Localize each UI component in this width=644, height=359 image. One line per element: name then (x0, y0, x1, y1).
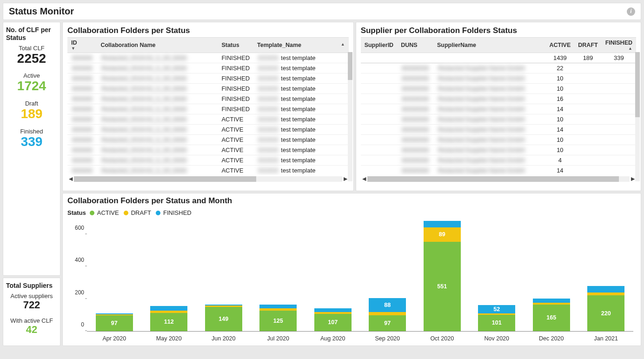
bar-slot[interactable]: 8897 (360, 218, 415, 331)
folders-table-card: Collaboration Folders per Status ID ▼ Co… (62, 22, 354, 191)
table-row[interactable]: 000000Redacted_2019-01_1_20_0000FINISHED… (67, 104, 349, 114)
table-row[interactable]: 000000Redacted_2019-01_1_20_0000ACTIVEXX… (67, 155, 349, 166)
table-row[interactable]: 00000000Redacted Supplier Name GmbH10 (361, 114, 636, 125)
cell-supplier-name: Redacted Supplier Name GmbH (437, 116, 525, 123)
bar-slot[interactable]: 112 (142, 218, 197, 331)
table-row[interactable]: 00000000Redacted Supplier Name GmbH14 (361, 166, 636, 175)
bar-segment-act: 107 (314, 314, 352, 331)
kpi-clf-title: No. of CLF per Status (6, 26, 57, 42)
table-row[interactable]: 00000000Redacted Supplier Name GmbH10 (361, 73, 636, 84)
scroll-left-icon[interactable]: ◀ (67, 176, 74, 182)
col-collab-name[interactable]: Collaboration Name (97, 38, 218, 53)
table-row[interactable]: 000000Redacted_2019-01_1_20_0000ACTIVEXX… (67, 125, 349, 135)
kpi-clf-card: No. of CLF per Status Total CLF 2252 Act… (3, 22, 60, 276)
legend-active[interactable]: ACTIVE (97, 209, 119, 216)
cell-template: test template (281, 65, 315, 72)
cell-supplier-name: Redacted Supplier Name GmbH (437, 126, 525, 133)
bar-slot[interactable]: 149 (196, 218, 251, 331)
col-duns[interactable]: DUNS (397, 38, 433, 53)
cell-id: 000000 (71, 126, 93, 133)
bar-slot[interactable]: 52101 (470, 218, 524, 331)
bar-segment-fin (314, 308, 352, 312)
table-row[interactable]: 00000000Redacted Supplier Name GmbH16 (361, 94, 636, 104)
bar-label: 112 (150, 319, 187, 325)
cell-template: test template (281, 54, 315, 61)
table-row[interactable]: 00000000Redacted Supplier Name GmbH4 (361, 155, 636, 166)
table-row[interactable]: 00000000Redacted Supplier Name GmbH14 (361, 104, 636, 114)
legend-draft[interactable]: DRAFT (131, 209, 151, 216)
table-row[interactable]: 000000Redacted_2019-01_1_20_0000FINISHED… (67, 53, 349, 63)
table-row[interactable]: 000000Redacted_2019-01_1_20_0000ACTIVEXX… (67, 135, 349, 145)
supplier-table[interactable]: SupplierID DUNS SupplierName ACTIVE DRAF… (361, 37, 636, 175)
cell-template: test template (281, 136, 315, 143)
legend-swatch-finished (156, 211, 160, 215)
vertical-scrollbar[interactable] (348, 52, 352, 181)
col-active[interactable]: ACTIVE (545, 38, 574, 53)
bar-segment-act: 165 (533, 305, 570, 332)
col-status[interactable]: Status (218, 38, 253, 53)
horizontal-scrollbar[interactable]: ◀ ▶ (67, 176, 349, 182)
cell-template: test template (281, 167, 315, 174)
kpi-total-label: Total CLF (6, 45, 57, 52)
x-tick: Aug 2020 (305, 333, 360, 344)
table-row[interactable]: 000000Redacted_2019-01_1_20_0000ACTIVEXX… (67, 145, 349, 155)
bar-slot[interactable]: 165 (524, 218, 579, 331)
kpi-draft-value: 189 (6, 107, 57, 121)
table-row[interactable]: 000000Redacted_2019-01_1_20_0000FINISHED… (67, 84, 349, 94)
bar-segment-fin: 88 (369, 298, 406, 312)
cell-status: FINISHED (218, 104, 253, 114)
legend-finished[interactable]: FINISHED (163, 209, 192, 216)
bar-slot[interactable]: 89551 (415, 218, 470, 331)
cell-active: 14 (545, 104, 574, 114)
bar-slot[interactable]: 125 (251, 218, 306, 331)
table-row[interactable]: 000000Redacted_2019-01_1_20_0000ACTIVEXX… (67, 114, 349, 125)
table-row[interactable]: 00000000Redacted Supplier Name GmbH14 (361, 125, 636, 135)
col-template[interactable]: Template_Name ▲ (253, 38, 349, 53)
cell-status: ACTIVE (218, 145, 253, 155)
cell-template: test template (281, 116, 315, 123)
table-totals-row[interactable]: 1439 189 339 (361, 53, 636, 63)
cell-duns: 00000000 (401, 75, 430, 82)
cell-status: FINISHED (218, 73, 253, 84)
table-row[interactable]: 00000000Redacted Supplier Name GmbH10 (361, 84, 636, 94)
bar-label: 107 (314, 319, 352, 326)
supplier-table-title: Supplier per Collaboration Folders Statu… (356, 22, 641, 37)
bar-slot[interactable]: 220 (579, 218, 634, 331)
table-row[interactable]: 00000000Redacted Supplier Name GmbH22 (361, 63, 636, 73)
cell-duns: 00000000 (401, 95, 430, 102)
bar-slot[interactable]: 97 (87, 218, 142, 331)
header: Status Monitor i (3, 3, 641, 20)
info-icon[interactable]: i (627, 7, 635, 16)
kpi-active-value: 1724 (6, 79, 57, 93)
chart-title: Collaboration Folders per Status and Mon… (67, 196, 636, 206)
table-row[interactable]: 00000000Redacted Supplier Name GmbH10 (361, 145, 636, 155)
chart-area[interactable]: 0200400600971121491251078897895515210116… (87, 218, 633, 344)
bar-label: 89 (424, 231, 461, 238)
table-row[interactable]: 000000Redacted_2019-01_1_20_0000FINISHED… (67, 73, 349, 84)
cell-template: test template (281, 106, 315, 113)
legend-label: Status (67, 209, 86, 216)
legend-swatch-draft (124, 211, 128, 215)
horizontal-scrollbar[interactable]: ◀ ▶ (361, 176, 636, 182)
kpi-finished-label: Finished (6, 128, 57, 135)
col-supplier-name[interactable]: SupplierName (433, 38, 545, 53)
col-id[interactable]: ID ▼ (67, 38, 97, 53)
cell-id: 000000 (71, 95, 93, 102)
table-row[interactable]: 00000000Redacted Supplier Name GmbH10 (361, 135, 636, 145)
table-row[interactable]: 000000Redacted_2019-01_1_20_0000FINISHED… (67, 94, 349, 104)
col-supplier-id[interactable]: SupplierID (361, 38, 398, 53)
col-draft[interactable]: DRAFT (574, 38, 601, 53)
chart-legend: Status ACTIVE DRAFT FINISHED (67, 209, 636, 216)
cell-template-prefix: XXXXX (257, 126, 279, 133)
cell-duns: 00000000 (401, 85, 430, 92)
table-row[interactable]: 000000Redacted_2019-01_1_20_0000ACTIVEXX… (67, 166, 349, 175)
bar-slot[interactable]: 107 (305, 218, 360, 331)
col-finished[interactable]: FINISHED ▲ (602, 38, 636, 53)
kpi-finished-value: 339 (6, 135, 57, 149)
cell-active: 22 (545, 63, 574, 73)
vertical-scrollbar[interactable] (635, 52, 640, 181)
scroll-left-icon[interactable]: ◀ (361, 176, 367, 182)
table-row[interactable]: 000000Redacted_2019-01_1_20_0000FINISHED… (67, 63, 349, 73)
cell-collab-name: Redacted_2019-01_1_20_0000 (100, 126, 187, 133)
folders-table[interactable]: ID ▼ Collaboration Name Status Template_… (67, 37, 349, 175)
